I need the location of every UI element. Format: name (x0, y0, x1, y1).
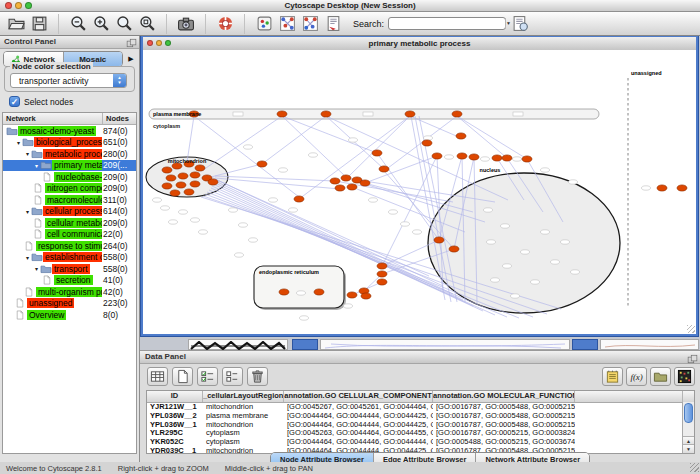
network-node[interactable] (422, 140, 432, 146)
network-node[interactable] (405, 111, 415, 117)
column-header[interactable]: _cellularLayoutRegion (203, 391, 284, 402)
attribute-grid-button[interactable] (147, 367, 168, 386)
network-node[interactable] (176, 182, 186, 188)
table-cell[interactable]: YKR052C (147, 437, 203, 446)
table-cell[interactable]: [GO:0005488, GO:0005215, GO:0003674] (433, 437, 575, 446)
table-scrollbar[interactable]: ▲ ▼ (682, 402, 694, 453)
network-node[interactable] (335, 185, 345, 191)
table-cell[interactable]: cytoplasm (203, 437, 284, 446)
minimize-button[interactable] (15, 2, 22, 9)
network-node[interactable] (162, 183, 172, 189)
expander-icon[interactable]: ▾ (24, 208, 31, 215)
network-node[interactable] (190, 172, 200, 178)
network-node[interactable] (178, 173, 188, 179)
zoom-fit-button[interactable] (114, 14, 134, 34)
tree-row-nitrogen-compo[interactable]: nitrogen compo209(0) (3, 183, 136, 195)
network-resize-grip[interactable] (687, 325, 695, 333)
tree-row-metabolic-process[interactable]: ▾metabolic process280(0) (3, 148, 136, 160)
tree-row-overview[interactable]: Overview8(0) (3, 309, 136, 321)
zoom-window-button[interactable] (25, 2, 32, 9)
tree-row-cell-communicat[interactable]: cell communicat22(0) (3, 229, 136, 241)
expander-icon[interactable]: ▾ (24, 150, 31, 157)
table-cell[interactable]: YLR295C (147, 428, 203, 437)
table-cell[interactable]: YPL036W__2 (147, 411, 203, 420)
float-data-panel-button[interactable] (686, 352, 698, 363)
network-node[interactable] (170, 190, 180, 196)
zoom-selected-button[interactable] (137, 14, 157, 34)
net-zoom-button[interactable] (165, 40, 171, 46)
tree-row-primary-metabo[interactable]: ▾primary metabo209(... (3, 160, 136, 172)
table-cell[interactable]: cytoplasm (203, 428, 284, 437)
network-node[interactable] (522, 156, 532, 162)
network-node[interactable] (314, 289, 324, 295)
column-header[interactable] (575, 391, 683, 402)
background-window-fragment[interactable] (292, 339, 318, 350)
matrix-view-button[interactable] (674, 367, 695, 386)
net-close-button[interactable] (147, 40, 153, 46)
network-node[interactable] (377, 279, 387, 285)
scroll-down-button[interactable]: ▼ (683, 444, 694, 453)
network-window-titlebar[interactable]: primary metabolic process (143, 37, 696, 51)
network-node[interactable] (469, 154, 479, 160)
delete-attribute-button[interactable] (247, 367, 268, 386)
table-cell[interactable]: [GO:0044464, GO:0044446, GO:0044444, G..… (284, 437, 433, 446)
app-titlebar[interactable]: Cytoscape Desktop (New Session) (0, 0, 700, 12)
background-window-fragment[interactable] (572, 339, 598, 350)
search-options-button[interactable] (510, 14, 530, 34)
expander-icon[interactable]: ▾ (24, 254, 31, 261)
expander-icon[interactable]: ▾ (33, 162, 40, 169)
network-node[interactable] (502, 155, 512, 161)
tree-row-response-to-stimulu[interactable]: response to stimulu264(0) (3, 240, 136, 252)
table-cell[interactable]: YPL036W__1 (147, 420, 203, 429)
tree-row-unassigned[interactable]: unassigned223(0) (3, 298, 136, 310)
tree-row-secretion[interactable]: secretion41(0) (3, 275, 136, 287)
network-node[interactable] (677, 185, 687, 191)
background-window-fragment[interactable] (320, 339, 570, 350)
table-row[interactable]: YKR052Ccytoplasm[GO:0044464, GO:0044446,… (147, 437, 683, 446)
table-row[interactable]: YLR295Ccytoplasm[GO:0045263, GO:0044464,… (147, 428, 683, 437)
snapshot-button[interactable] (176, 14, 196, 34)
tab-overflow-button[interactable]: ▶ (125, 53, 137, 66)
table-row[interactable]: YJR121W__1mitochondrion[GO:0045267, GO:0… (147, 402, 683, 411)
tree-column-network[interactable]: Network (3, 113, 103, 124)
table-cell[interactable]: [GO:0044464, GO:0044444, GO:0044425, G..… (284, 411, 433, 420)
function-builder-button[interactable]: f(x) (626, 367, 647, 386)
network-node[interactable] (452, 111, 462, 117)
tree-row-macromolecule[interactable]: macromolecule311(0) (3, 194, 136, 206)
background-window-fragment[interactable] (600, 339, 699, 350)
window-resize-grip[interactable] (690, 463, 699, 472)
network-node[interactable] (166, 175, 176, 181)
network-node[interactable] (341, 175, 351, 181)
net-minimize-button[interactable] (156, 40, 162, 46)
zoom-out-button[interactable] (68, 14, 88, 34)
select-attributes-button[interactable] (197, 367, 218, 386)
network-node[interactable] (195, 165, 205, 171)
network-canvas[interactable]: plasma membranecytoplasmmitochondrionnuc… (143, 50, 696, 334)
table-cell[interactable]: YJR121W__1 (147, 402, 203, 411)
float-panel-button[interactable] (125, 36, 137, 47)
help-button[interactable] (215, 14, 235, 34)
tree-row-transport[interactable]: ▾transport558(0) (3, 263, 136, 275)
network-node[interactable] (330, 178, 340, 184)
background-window-fragment[interactable] (188, 339, 288, 350)
scrollbar-thumb[interactable] (684, 403, 693, 423)
table-cell[interactable]: [GO:0045267, GO:0045261, GO:0044464, G..… (284, 402, 433, 411)
network-node[interactable] (277, 111, 287, 117)
attribute-notes-button[interactable] (602, 367, 623, 386)
network-node[interactable] (372, 150, 382, 156)
network-node[interactable] (360, 180, 370, 186)
search-field[interactable]: ▼ (388, 17, 506, 30)
network-node[interactable] (294, 196, 304, 202)
network-node[interactable] (449, 246, 459, 252)
attribute-dropdown[interactable]: transporter activity ▲▼ (10, 73, 127, 88)
tree-row-multi-organism-pro[interactable]: multi-organism pro42(0) (3, 286, 136, 298)
network-node[interactable] (208, 179, 218, 185)
tree-row-cellular-process[interactable]: ▾cellular process614(0) (3, 206, 136, 218)
tree-row-establishment-of-lo[interactable]: ▾establishment of lo558(0) (3, 252, 136, 264)
table-cell[interactable]: plasma membrane (203, 411, 284, 420)
network-node[interactable] (457, 153, 467, 159)
column-header[interactable]: annotation.GO CELLULAR_COMPONENT (284, 391, 433, 402)
select-nodes-checkbox[interactable]: ✓ (9, 96, 20, 107)
tree-row-mosaic-demo-yeast[interactable]: mosaic-demo-yeast874(0) (3, 125, 136, 137)
combo-stepper-icon[interactable]: ▲▼ (113, 74, 126, 87)
